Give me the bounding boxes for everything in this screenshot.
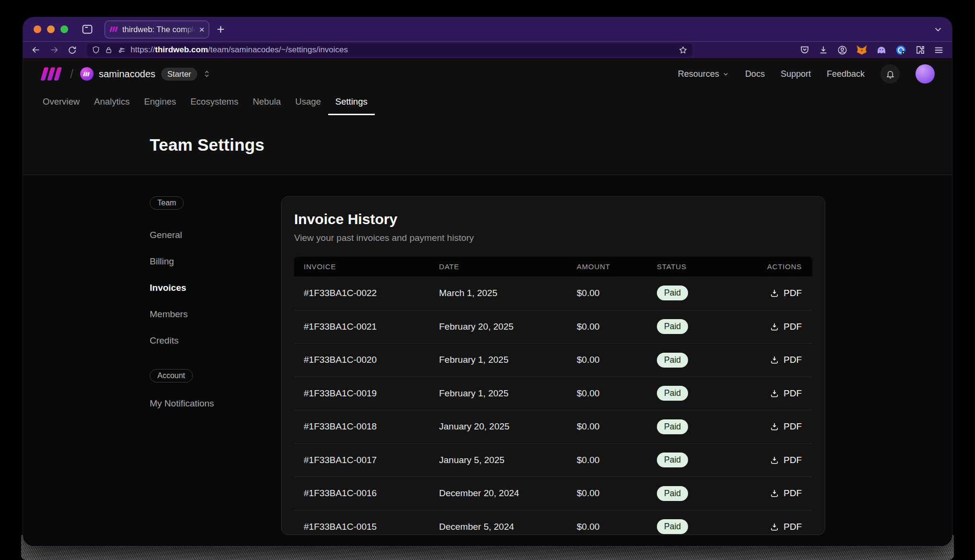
invoice-number: #1F33BA1C-0019 xyxy=(294,388,429,399)
table-row: #1F33BA1C-0021 February 20, 2025 $0.00 P… xyxy=(294,310,812,344)
forward-icon[interactable] xyxy=(49,45,59,55)
tab-settings[interactable]: Settings xyxy=(328,90,375,115)
table-row: #1F33BA1C-0015 December 5, 2024 $0.00 Pa… xyxy=(294,510,812,536)
bell-icon[interactable] xyxy=(880,64,900,83)
pdf-label: PDF xyxy=(784,322,802,332)
invoice-date: January 20, 2025 xyxy=(429,421,567,432)
invoice-amount: $0.00 xyxy=(567,355,647,365)
browser-tab-bar: thirdweb: The complete web3 d × + xyxy=(23,17,952,41)
sidebar-toggle-icon[interactable] xyxy=(81,23,94,36)
tab-analytics[interactable]: Analytics xyxy=(87,90,137,115)
invoice-amount: $0.00 xyxy=(567,388,647,399)
nav-feedback[interactable]: Feedback xyxy=(827,69,865,79)
pdf-label: PDF xyxy=(784,488,802,499)
download-pdf-button[interactable]: PDF xyxy=(766,319,806,335)
tab-overview[interactable]: Overview xyxy=(36,90,87,115)
card-subtitle: View your past invoices and payment hist… xyxy=(294,233,812,243)
nav-support[interactable]: Support xyxy=(781,69,811,79)
sidebar-item-credits[interactable]: Credits xyxy=(150,335,178,346)
invoice-date: February 20, 2025 xyxy=(429,322,567,332)
download-pdf-button[interactable]: PDF xyxy=(766,352,806,368)
invoice-amount: $0.00 xyxy=(567,288,647,298)
status-badge: Paid xyxy=(657,319,688,334)
phantom-icon[interactable] xyxy=(876,44,887,56)
metamask-icon[interactable] xyxy=(856,44,868,56)
page-title: Team Settings xyxy=(150,135,952,155)
plan-badge[interactable]: Starter xyxy=(161,68,198,81)
extensions-icon[interactable] xyxy=(915,45,925,55)
nav-docs[interactable]: Docs xyxy=(745,69,765,79)
thirdweb-favicon-icon xyxy=(109,26,119,32)
sidebar-item-members[interactable]: Members xyxy=(150,309,188,320)
url-bar[interactable]: https://thirdweb.com/team/saminacodes/~/… xyxy=(87,44,692,57)
close-window-button[interactable] xyxy=(34,25,41,33)
pdf-download-icon xyxy=(770,489,779,498)
account-icon[interactable] xyxy=(837,45,848,56)
tab-usage[interactable]: Usage xyxy=(288,90,328,115)
breadcrumb-separator: / xyxy=(70,67,73,81)
team-avatar xyxy=(80,67,94,81)
invoice-history-card: Invoice History View your past invoices … xyxy=(281,196,825,535)
browser-tab[interactable]: thirdweb: The complete web3 d × xyxy=(105,21,209,38)
minimize-window-button[interactable] xyxy=(47,25,55,33)
tab-engines[interactable]: Engines xyxy=(137,90,183,115)
invoice-number: #1F33BA1C-0022 xyxy=(294,288,429,298)
col-amount: AMOUNT xyxy=(567,262,647,271)
pdf-label: PDF xyxy=(784,522,802,532)
window-chevron-icon[interactable] xyxy=(933,24,943,35)
url-domain: thirdweb.com xyxy=(155,45,208,54)
invoice-date: January 5, 2025 xyxy=(429,455,567,465)
download-pdf-button[interactable]: PDF xyxy=(766,418,806,435)
invoice-number: #1F33BA1C-0015 xyxy=(294,522,429,532)
tab-ecosystems[interactable]: Ecosystems xyxy=(183,90,246,115)
lock-icon[interactable] xyxy=(105,46,113,54)
download-pdf-button[interactable]: PDF xyxy=(766,519,806,535)
user-avatar[interactable] xyxy=(916,64,935,83)
close-tab-icon[interactable]: × xyxy=(199,25,204,34)
sidebar-item-my-notifications[interactable]: My Notifications xyxy=(150,398,214,409)
pdf-download-icon xyxy=(770,288,779,298)
password-manager-icon[interactable] xyxy=(895,45,906,56)
invoice-amount: $0.00 xyxy=(567,488,647,499)
new-tab-icon[interactable]: + xyxy=(217,22,225,37)
browser-toolbar: https://thirdweb.com/team/saminacodes/~/… xyxy=(23,41,952,58)
shield-icon[interactable] xyxy=(92,46,100,54)
pdf-download-icon xyxy=(770,522,779,532)
thirdweb-logo[interactable] xyxy=(40,67,63,81)
invoice-number: #1F33BA1C-0020 xyxy=(294,355,429,365)
pocket-icon[interactable] xyxy=(799,45,810,55)
tab-nebula[interactable]: Nebula xyxy=(246,90,288,115)
invoice-number: #1F33BA1C-0017 xyxy=(294,455,429,465)
download-icon[interactable] xyxy=(818,45,829,55)
table-row: #1F33BA1C-0019 February 1, 2025 $0.00 Pa… xyxy=(294,377,812,410)
sidebar-item-invoices[interactable]: Invoices xyxy=(150,283,186,293)
permissions-icon[interactable] xyxy=(117,46,126,55)
star-icon[interactable] xyxy=(678,46,688,55)
nav-resources[interactable]: Resources xyxy=(678,69,729,79)
dashboard-tabs: Overview Analytics Engines Ecosystems Ne… xyxy=(23,90,952,115)
invoice-number: #1F33BA1C-0016 xyxy=(294,488,429,499)
download-pdf-button[interactable]: PDF xyxy=(766,452,806,468)
invoice-table-body: #1F33BA1C-0022 March 1, 2025 $0.00 Paid … xyxy=(294,276,812,535)
col-invoice: INVOICE xyxy=(294,262,429,271)
invoice-amount: $0.00 xyxy=(567,322,647,332)
team-switcher-icon[interactable] xyxy=(202,69,212,79)
download-pdf-button[interactable]: PDF xyxy=(766,485,806,501)
menu-icon[interactable] xyxy=(933,45,944,56)
tab-title: thirdweb: The complete web3 d xyxy=(122,25,195,34)
pdf-download-icon xyxy=(770,455,779,465)
status-badge: Paid xyxy=(657,286,688,300)
col-actions: ACTIONS xyxy=(759,262,812,271)
site-header: / saminacodes Starter Resources xyxy=(23,58,952,90)
table-row: #1F33BA1C-0020 February 1, 2025 $0.00 Pa… xyxy=(294,343,812,377)
download-pdf-button[interactable]: PDF xyxy=(766,385,806,402)
col-date: DATE xyxy=(429,262,567,271)
maximize-window-button[interactable] xyxy=(60,25,68,33)
back-icon[interactable] xyxy=(31,45,41,55)
sidebar-item-billing[interactable]: Billing xyxy=(150,256,174,267)
invoice-date: March 1, 2025 xyxy=(429,288,567,298)
sidebar-item-general[interactable]: General xyxy=(150,230,182,240)
reload-icon[interactable] xyxy=(67,45,77,55)
download-pdf-button[interactable]: PDF xyxy=(766,285,806,301)
extension-icons xyxy=(799,44,944,56)
